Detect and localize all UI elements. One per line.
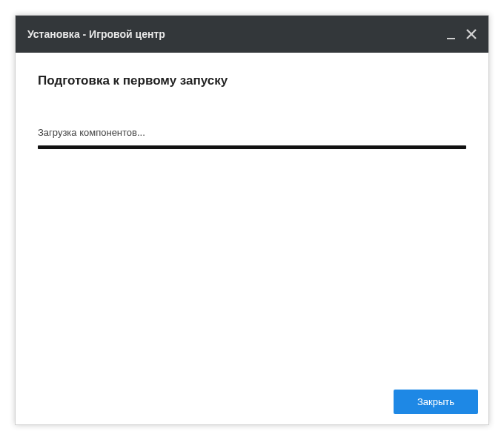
footer: Закрыть	[16, 390, 488, 424]
page-heading: Подготовка к первому запуску	[38, 73, 466, 88]
titlebar: Установка - Игровой центр	[16, 16, 488, 53]
content-area: Подготовка к первому запуску Загрузка ко…	[16, 53, 488, 390]
minimize-button[interactable]	[444, 27, 457, 41]
installer-window: Установка - Игровой центр Подготовка к п…	[15, 15, 489, 425]
close-button[interactable]: Закрыть	[394, 390, 478, 414]
minimize-icon	[447, 38, 455, 39]
close-icon	[465, 28, 477, 40]
close-window-button[interactable]	[463, 26, 480, 42]
progress-bar	[38, 145, 466, 149]
window-controls	[444, 26, 480, 42]
window-title: Установка - Игровой центр	[27, 28, 165, 40]
status-text: Загрузка компонентов...	[38, 127, 466, 138]
